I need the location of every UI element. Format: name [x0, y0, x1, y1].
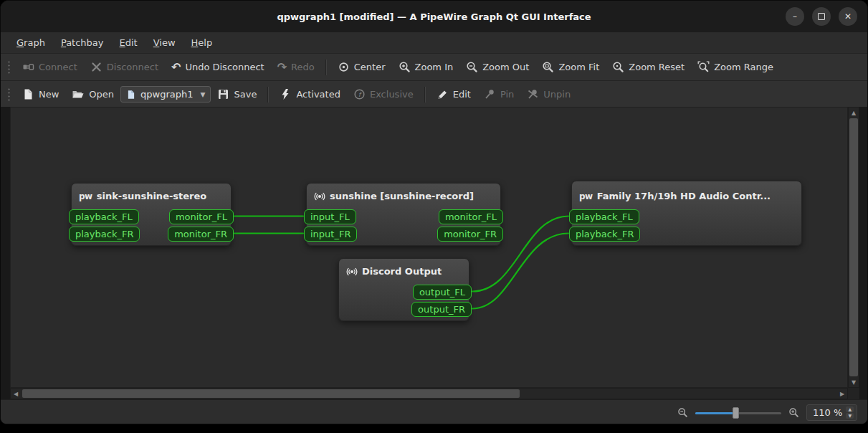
redo-button[interactable]: ↷ Redo [271, 58, 321, 77]
zoom-range-button[interactable]: Zoom Range [691, 57, 780, 77]
zoom-in-button[interactable]: Zoom In [392, 57, 460, 77]
menu-view[interactable]: View [146, 34, 183, 51]
port-output[interactable]: monitor_FL [169, 209, 234, 224]
new-file-icon [22, 88, 34, 100]
pin-button[interactable]: Pin [477, 85, 520, 104]
undo-icon: ↶ [171, 62, 181, 73]
edit-label: Edit [453, 89, 471, 100]
connect-button[interactable]: Connect [16, 57, 84, 77]
zoom-fit-button[interactable]: Zoom Fit [535, 57, 606, 77]
zoom-out-label: Zoom Out [482, 62, 529, 72]
save-button[interactable]: Save [211, 85, 263, 104]
disconnect-button[interactable]: Disconnect [84, 57, 165, 77]
zoom-out-icon [466, 61, 478, 73]
vertical-scrollbar[interactable]: ▲ ▼ [848, 107, 859, 388]
zoom-reset-label: Zoom Reset [629, 62, 685, 72]
center-button[interactable]: Center [331, 57, 392, 77]
graph-canvas[interactable]: pw sink-sunshine-stereo playback_FL moni… [10, 107, 848, 388]
pipewire-icon: pw [579, 191, 593, 201]
open-button[interactable]: Open [65, 85, 120, 104]
redo-label: Redo [291, 62, 315, 72]
port-output[interactable]: monitor_FR [168, 227, 234, 242]
undo-disconnect-button[interactable]: ↶ Undo Disconnect [165, 58, 271, 77]
zoom-range-label: Zoom Range [714, 62, 773, 72]
titlebar[interactable]: qpwgraph1 [modified] — A PipeWire Graph … [1, 1, 867, 32]
exclusive-button[interactable]: f Exclusive [347, 85, 420, 104]
activated-label: Activated [296, 89, 340, 100]
scroll-up-arrow[interactable]: ▲ [852, 110, 856, 116]
zoom-slider-handle[interactable] [733, 407, 739, 419]
zoom-fit-icon [542, 61, 554, 73]
exclusive-label: Exclusive [370, 89, 414, 100]
node-family-hd-audio[interactable]: pw Family 17h/19h HD Audio Contr... play… [571, 181, 802, 246]
pin-label: Pin [500, 89, 514, 100]
scroll-left-arrow[interactable]: ◀ [14, 391, 18, 397]
minimize-icon: – [793, 12, 797, 21]
port-input[interactable]: playback_FL [569, 209, 639, 224]
window-title: qpwgraph1 [modified] — A PipeWire Graph … [277, 11, 591, 22]
patchbay-selector-value: qpwgraph1 [140, 89, 193, 100]
horizontal-scrollbar[interactable]: ◀ ▶ [10, 388, 848, 399]
zoom-reset-button[interactable]: Zoom Reset [606, 57, 691, 77]
connect-label: Connect [39, 62, 77, 72]
menu-graph[interactable]: Graph [9, 34, 52, 51]
zoom-slider[interactable] [695, 406, 781, 419]
port-input[interactable]: input_FR [304, 227, 357, 242]
vertical-scroll-thumb[interactable] [849, 118, 858, 376]
menu-patchbay[interactable]: Patchbay [54, 34, 111, 51]
port-output[interactable]: output_FL [413, 285, 472, 300]
zoom-range-icon [697, 61, 710, 73]
port-input[interactable]: playback_FR [569, 227, 640, 242]
chevron-down-icon: ▼ [201, 91, 206, 98]
open-label: Open [89, 89, 114, 100]
unpin-button[interactable]: Unpin [520, 85, 577, 104]
spin-up-button[interactable]: ▲ [846, 406, 854, 412]
center-icon [338, 61, 350, 73]
unpin-icon [527, 88, 539, 100]
graph-toolbar: Connect Disconnect ↶ Undo Disconnect ↷ R… [1, 54, 867, 81]
central-area: pw sink-sunshine-stereo playback_FL moni… [1, 107, 868, 399]
port-input[interactable]: playback_FR [69, 227, 140, 242]
node-title: Discord Output [362, 266, 442, 277]
node-header: sunshine [sunshine-record] [307, 184, 500, 203]
activated-button[interactable]: Activated [273, 85, 347, 104]
connection-wires [11, 108, 848, 388]
zoom-out-button[interactable]: Zoom Out [459, 57, 535, 77]
toolbar-handle[interactable] [7, 60, 11, 75]
node-title: sink-sunshine-stereo [97, 191, 207, 201]
toolbar-separator [267, 87, 269, 103]
port-output[interactable]: monitor_FR [437, 227, 503, 242]
disconnect-icon [90, 61, 102, 73]
node-header: pw sink-sunshine-stereo [72, 184, 231, 203]
close-button[interactable]: ✕ [839, 7, 857, 26]
toolbar-handle[interactable] [7, 87, 11, 102]
scrollbar-corner [848, 388, 859, 399]
port-output[interactable]: output_FR [411, 302, 472, 317]
port-output[interactable]: monitor_FL [439, 209, 503, 224]
scroll-right-arrow[interactable]: ▶ [840, 391, 844, 397]
open-folder-icon [72, 88, 85, 100]
maximize-button[interactable] [812, 7, 831, 26]
zoom-spinbox[interactable]: 110 % ▲ ▼ [806, 404, 857, 421]
patchbay-selector[interactable]: qpwgraph1 ▼ [120, 86, 211, 103]
pencil-icon [437, 88, 449, 100]
pin-icon [484, 88, 496, 100]
horizontal-scroll-thumb[interactable] [22, 389, 520, 398]
node-header: Discord Output [339, 259, 469, 278]
edit-button[interactable]: Edit [430, 85, 477, 104]
node-title: sunshine [sunshine-record] [330, 191, 474, 201]
node-sink-sunshine-stereo[interactable]: pw sink-sunshine-stereo playback_FL moni… [71, 183, 232, 246]
port-input[interactable]: input_FL [304, 209, 356, 224]
menu-edit[interactable]: Edit [113, 34, 145, 51]
node-discord-output[interactable]: Discord Output output_FL output_FR [338, 258, 469, 321]
exclusive-icon: f [353, 88, 366, 100]
new-label: New [39, 89, 59, 100]
scroll-down-arrow[interactable]: ▼ [852, 380, 856, 386]
port-input[interactable]: playback_FL [69, 209, 139, 224]
menu-help[interactable]: Help [184, 34, 220, 51]
zoom-fit-label: Zoom Fit [558, 62, 599, 72]
node-sunshine-record[interactable]: sunshine [sunshine-record] input_FL moni… [306, 183, 501, 246]
new-button[interactable]: New [16, 85, 65, 104]
minimize-button[interactable]: – [786, 7, 804, 26]
spin-down-button[interactable]: ▼ [846, 413, 854, 419]
